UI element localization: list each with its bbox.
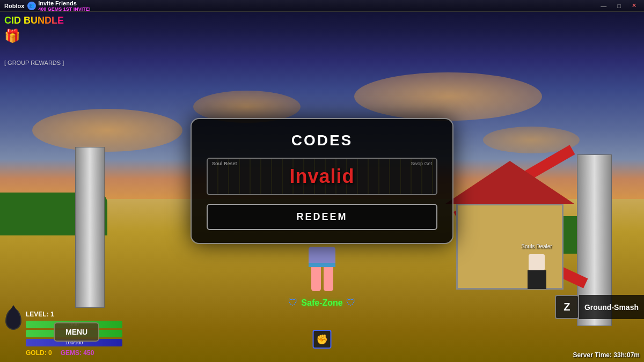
hotkey-bar: Z Ground-Smash <box>555 295 644 319</box>
code-input-container[interactable]: Soul Reset Swop Get Invalid <box>207 158 437 195</box>
shield-right-icon: 🛡 <box>346 297 356 308</box>
input-label-left: Soul Reset <box>212 161 237 166</box>
hotkey-key-z: Z <box>555 295 579 319</box>
invite-title: Invite Friends <box>38 0 91 6</box>
titlebar-left: Roblox 👥 Invite Friends 400 GEMS 1ST INV… <box>4 0 91 12</box>
titlebar: Roblox 👥 Invite Friends 400 GEMS 1ST INV… <box>0 0 644 12</box>
safe-zone-text: Safe-Zone <box>301 298 342 308</box>
server-time: Server Time: 33h:07m <box>573 351 640 359</box>
modal-title: CODES <box>291 132 353 149</box>
modal-input-row: Soul Reset Swop Get Invalid <box>207 158 437 195</box>
invite-friends-section[interactable]: 👥 Invite Friends 400 GEMS 1ST INVITE! <box>27 0 91 12</box>
group-rewards-label[interactable]: [ GROUP REWARDS ] <box>4 60 64 66</box>
minimize-button[interactable]: — <box>597 2 610 10</box>
hud-topleft: CID BUNDLE 🎁 [ GROUP REWARDS ] <box>4 15 64 66</box>
shield-left-icon: 🛡 <box>288 297 298 308</box>
titlebar-controls: — □ ✕ <box>597 2 640 10</box>
close-button[interactable]: ✕ <box>628 2 640 10</box>
input-label-right: Swop Get <box>411 161 432 166</box>
invite-subtitle: 400 GEMS 1ST INVITE! <box>38 6 91 12</box>
invite-icon: 👥 <box>27 2 36 10</box>
cid-bundle-label[interactable]: CID BUNDLE <box>4 15 64 26</box>
app-name: Roblox <box>4 3 24 9</box>
codes-modal: CODES Soul Reset Swop Get Invalid REDEEM <box>191 118 453 244</box>
safe-zone-indicator: 🛡 Safe-Zone 🛡 <box>288 297 355 308</box>
maximize-button[interactable]: □ <box>614 2 624 10</box>
invalid-text: Invalid <box>289 165 354 188</box>
redeem-button[interactable]: REDEEM <box>207 204 437 230</box>
invite-info: Invite Friends 400 GEMS 1ST INVITE! <box>38 0 91 12</box>
hotkey-label: Ground-Smash <box>579 295 644 319</box>
menu-button[interactable]: MENU <box>54 322 99 342</box>
gift-icon[interactable]: 🎁 <box>4 28 64 43</box>
